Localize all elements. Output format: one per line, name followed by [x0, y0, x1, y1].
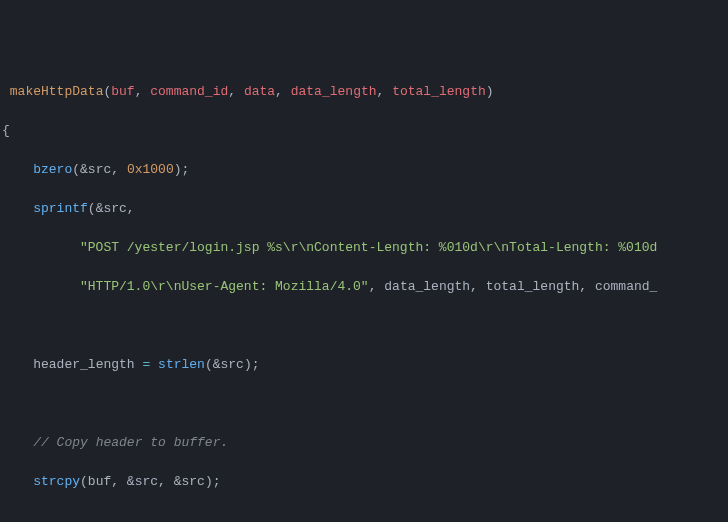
code-line-str1: "POST /yester/login.jsp %s\r\nContent-Le… — [0, 238, 728, 258]
code-line-str2: "HTTP/1.0\r\nUser-Agent: Mozilla/4.0", d… — [0, 277, 728, 297]
code-line-comment1: // Copy header to buffer. — [0, 433, 728, 453]
code-line-hdrlen: header_length = strlen(&src); — [0, 355, 728, 375]
code-line-func-decl: makeHttpData(buf, command_id, data, data… — [0, 82, 728, 102]
code-line-bzero: bzero(&src, 0x1000); — [0, 160, 728, 180]
code-line-blank — [0, 394, 728, 414]
code-line-blank — [0, 511, 728, 522]
code-line-sprintf: sprintf(&src, — [0, 199, 728, 219]
function-name: makeHttpData — [10, 84, 104, 99]
code-line-strcpy: strcpy(buf, &src, &src); — [0, 472, 728, 492]
code-line-blank — [0, 316, 728, 336]
code-line-brace: { — [0, 121, 728, 141]
